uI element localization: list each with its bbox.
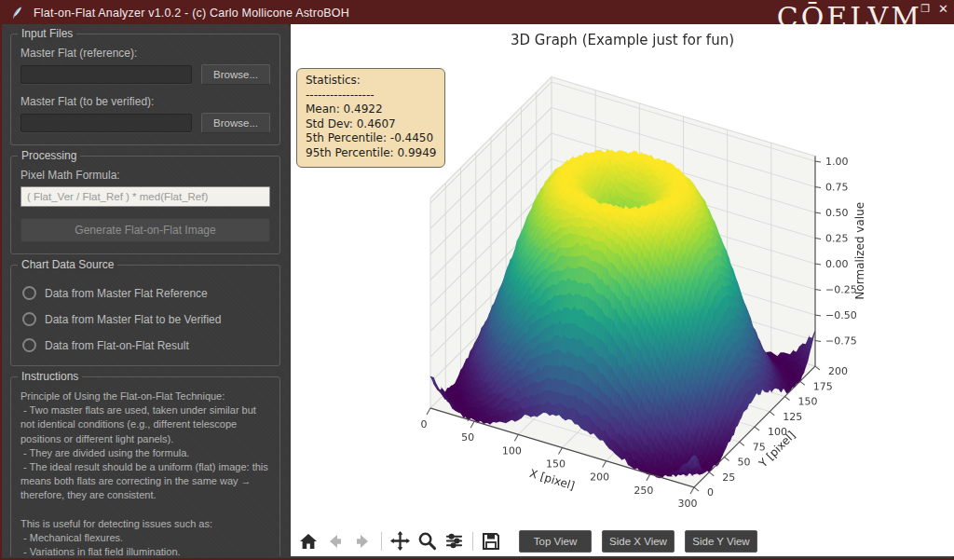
processing-section-label: Processing [18,149,80,162]
radio-data-verified[interactable]: Data from Master Flat to be Verified [22,312,268,326]
statistics-annotation-box: Statistics: ----------------- Mean: 0.49… [296,68,445,168]
generate-flat-on-flat-button[interactable]: Generate Flat-on-Flat Image [20,218,270,242]
instructions-section-label: Instructions [18,370,82,383]
chart-data-source-group: Chart Data Source Data from Master Flat … [10,265,280,366]
master-flat-verified-input[interactable] [20,114,192,132]
save-icon[interactable] [481,531,501,552]
radio-data-result-label: Data from Flat-on-Flat Result [45,339,189,352]
home-icon[interactable] [298,531,319,552]
master-flat-reference-input[interactable] [20,65,192,84]
instructions-group: Instructions Principle of Using the Flat… [10,376,280,556]
maximize-button[interactable]: ❒ [920,3,930,15]
input-files-section-label: Input Files [18,27,76,40]
input-files-group: Input Files Master Flat (reference): Bro… [10,34,280,145]
radio-circle-icon[interactable] [22,312,36,326]
toolbar-separator [472,532,473,551]
master-flat-verified-label: Master Flat (to be verified): [20,95,270,108]
side-y-view-button[interactable]: Side Y View [685,530,757,553]
app-window: Flat-on-Flat Analyzer v1.0.2 - (c) Carlo… [0,0,954,560]
browse-reference-button[interactable]: Browse... [201,64,270,85]
close-button[interactable]: ✕ [938,3,948,15]
pixel-math-formula-label: Pixel Math Formula: [20,169,270,182]
instructions-text: Principle of Using the Flat-on-Flat Tech… [20,389,270,556]
forward-icon[interactable] [352,531,373,552]
plot-toolbar: Top View Side X View Side Y View [291,526,954,556]
configure-subplots-icon[interactable] [443,531,464,552]
coelum-logo: CŌELVM [777,2,922,26]
radio-data-reference[interactable]: Data from Master Flat Reference [22,286,268,300]
zoom-icon[interactable] [416,531,437,552]
window-controls: ❒ ✕ [920,3,948,15]
radio-circle-icon[interactable] [22,338,36,352]
master-flat-reference-label: Master Flat (reference): [20,47,270,60]
browse-verified-button[interactable]: Browse... [201,113,270,133]
toolbar-separator [381,532,382,551]
radio-data-reference-label: Data from Master Flat Reference [45,287,208,300]
radio-circle-icon[interactable] [22,286,36,300]
radio-data-verified-label: Data from Master Flat to be Verified [45,313,221,326]
titlebar: Flat-on-Flat Analyzer v1.0.2 - (c) Carlo… [0,0,954,26]
sidebar: Input Files Master Flat (reference): Bro… [2,24,289,556]
plot-panel: 3D Graph (Example just for fun) Statisti… [291,24,954,556]
back-icon[interactable] [325,531,346,552]
pan-icon[interactable] [389,531,410,552]
pixel-math-formula-input[interactable] [20,186,270,207]
processing-group: Processing Pixel Math Formula: Generate … [10,156,280,254]
radio-data-result[interactable]: Data from Flat-on-Flat Result [22,338,268,352]
side-x-view-button[interactable]: Side X View [602,530,675,553]
top-view-button[interactable]: Top View [519,530,592,553]
plot-title: 3D Graph (Example just for fun) [291,32,954,48]
chart-source-section-label: Chart Data Source [18,258,117,271]
feather-app-icon [9,6,24,20]
window-title: Flat-on-Flat Analyzer v1.0.2 - (c) Carlo… [34,7,349,20]
